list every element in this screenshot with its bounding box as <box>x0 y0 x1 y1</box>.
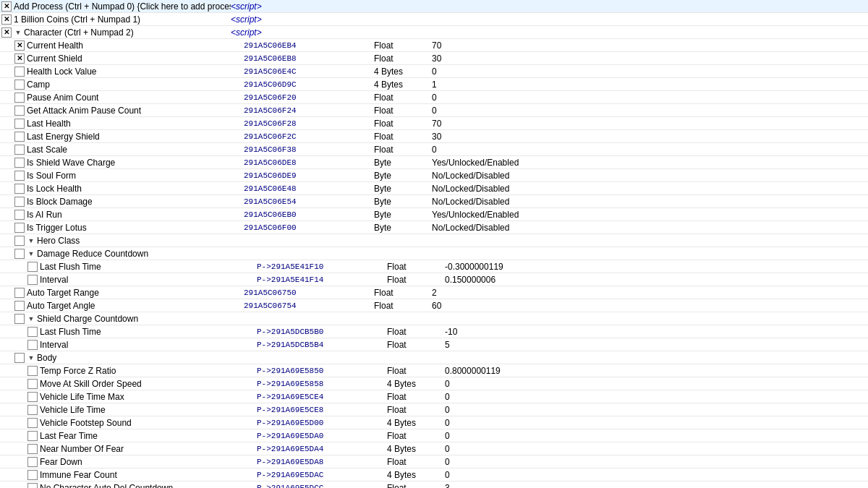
type-value: Float <box>387 457 445 467</box>
checkbox[interactable] <box>27 431 38 441</box>
checkbox[interactable] <box>27 340 38 350</box>
list-item[interactable]: Health Lock Value291A5C06E4C4 Bytes0 <box>0 65 868 78</box>
list-item[interactable]: ▼Hero Class <box>0 234 868 247</box>
list-item[interactable]: Vehicle Footstep SoundP->291A69E5D004 By… <box>0 416 868 429</box>
data-value: 3 <box>445 483 546 489</box>
list-item[interactable]: Immune Fear CountP->291A69E5DAC4 Bytes0 <box>0 468 868 481</box>
checkbox[interactable] <box>27 405 38 415</box>
list-item[interactable]: 1 Billion Coins (Ctrl + Numpad 1)<script… <box>0 13 868 26</box>
expand-arrow-icon[interactable]: ▼ <box>27 249 35 258</box>
list-item[interactable]: Is Trigger Lotus291A5C06F00ByteNo/Locked… <box>0 221 868 234</box>
expand-arrow-icon[interactable]: ▼ <box>14 28 22 37</box>
entry-name: Vehicle Life Time <box>40 405 257 415</box>
list-item[interactable]: Last Fear TimeP->291A69E5DA0Float0 <box>0 429 868 442</box>
extra-value: <script> <box>231 1 867 12</box>
checkbox[interactable] <box>14 53 25 64</box>
list-item[interactable]: Pause Anim Count291A5C06F20Float0 <box>0 91 868 104</box>
checkbox[interactable] <box>14 132 25 142</box>
address-value: 291A5C06F24 <box>244 106 374 115</box>
checkbox[interactable] <box>14 106 25 116</box>
checkbox[interactable] <box>27 366 38 376</box>
item-label: Is Soul Form <box>27 171 76 181</box>
list-item[interactable]: Near Number Of FearP->291A69E5DA44 Bytes… <box>0 442 868 455</box>
list-item[interactable]: Last Flush TimeP->291A5E41F10Float-0.300… <box>0 260 868 273</box>
list-item[interactable]: Is Shield Wave Charge291A5C06DE8ByteYes/… <box>0 156 868 169</box>
entry-name: Is Soul Form <box>27 171 244 181</box>
list-item[interactable]: Vehicle Life TimeP->291A69E5CE8Float0 <box>0 403 868 416</box>
list-item[interactable]: Is Block Damage291A5C06E54ByteNo/Locked/… <box>0 195 868 208</box>
address-value: 291A5C06750 <box>244 288 374 297</box>
expand-arrow-icon[interactable]: ▼ <box>27 236 35 245</box>
checkbox[interactable] <box>14 67 25 77</box>
entry-name: ▼Hero Class <box>27 236 244 246</box>
checkbox[interactable] <box>14 353 25 363</box>
checkbox[interactable] <box>14 80 25 90</box>
expand-arrow-icon[interactable]: ▼ <box>27 354 35 362</box>
checkbox[interactable] <box>14 210 25 220</box>
checkbox[interactable] <box>27 379 38 389</box>
list-item[interactable]: Auto Target Range291A5C06750Float2 <box>0 286 868 299</box>
list-item[interactable]: Move At Skill Order SpeedP->291A69E58584… <box>0 377 868 390</box>
type-value: Float <box>387 262 445 272</box>
list-item[interactable]: Get Attack Anim Pause Count291A5C06F24Fl… <box>0 104 868 117</box>
checkbox[interactable] <box>14 171 25 181</box>
list-item[interactable]: ▼Character (Ctrl + Numpad 2)<script> <box>0 26 868 39</box>
expand-arrow-icon[interactable]: ▼ <box>27 314 35 323</box>
checkbox[interactable] <box>14 236 25 246</box>
item-label: Last Fear Time <box>40 431 98 441</box>
checkbox[interactable] <box>27 457 38 467</box>
checkbox[interactable] <box>14 93 25 103</box>
checkbox[interactable] <box>27 275 38 285</box>
type-value: Float <box>387 340 445 350</box>
checkbox[interactable] <box>14 197 25 207</box>
list-item[interactable]: Fear DownP->291A69E5DA8Float0 <box>0 455 868 468</box>
list-item[interactable]: Is AI Run291A5C06EB0ByteYes/Unlocked/Ena… <box>0 208 868 221</box>
checkbox[interactable] <box>14 119 25 129</box>
checkbox[interactable] <box>27 418 38 428</box>
checkbox[interactable] <box>1 27 12 38</box>
address-value: P->291A5DCB5B0 <box>257 328 387 336</box>
list-item[interactable]: Last Energy Shield291A5C06F2CFloat30 <box>0 130 868 143</box>
list-item[interactable]: Last Scale291A5C06F38Float0 <box>0 143 868 156</box>
list-item[interactable]: ▼Shield Charge Countdown <box>0 312 868 325</box>
checkbox[interactable] <box>1 14 12 25</box>
list-item[interactable]: IntervalP->291A5DCB5B4Float5 <box>0 338 868 351</box>
checkbox[interactable] <box>14 288 25 298</box>
checkbox[interactable] <box>14 314 25 324</box>
list-item[interactable]: No Character Auto Del CountdownP->291A69… <box>0 481 868 488</box>
checkbox[interactable] <box>14 40 25 51</box>
item-label: Last Flush Time <box>40 262 101 272</box>
checkbox[interactable] <box>14 301 25 311</box>
list-item[interactable]: ▼Body <box>0 351 868 364</box>
list-item[interactable]: Temp Force Z RatioP->291A69E5850Float0.8… <box>0 364 868 377</box>
checkbox[interactable] <box>1 1 12 12</box>
data-value: No/Locked/Disabled <box>432 223 533 233</box>
checkbox[interactable] <box>14 249 25 259</box>
checkbox[interactable] <box>14 223 25 233</box>
entry-name: Fear Down <box>40 457 257 467</box>
list-item[interactable]: Vehicle Life Time MaxP->291A69E5CE4Float… <box>0 390 868 403</box>
list-item[interactable]: IntervalP->291A5E41F14Float0.150000006 <box>0 273 868 286</box>
list-item[interactable]: Current Shield291A5C06EB8Float30 <box>0 52 868 65</box>
checkbox[interactable] <box>27 470 38 480</box>
checkbox[interactable] <box>14 184 25 194</box>
data-value: No/Locked/Disabled <box>432 184 533 194</box>
list-item[interactable]: Add Process (Ctrl + Numpad 0) {Click her… <box>0 0 868 13</box>
checkbox[interactable] <box>27 327 38 337</box>
checkbox[interactable] <box>14 145 25 155</box>
list-item[interactable]: ▼Damage Reduce Countdown <box>0 247 868 260</box>
checkbox[interactable] <box>27 392 38 402</box>
checkbox[interactable] <box>27 262 38 272</box>
data-value: 0 <box>432 67 533 77</box>
list-item[interactable]: Current Health291A5C06EB4Float70 <box>0 39 868 52</box>
checkbox[interactable] <box>27 444 38 454</box>
list-item[interactable]: Last Health291A5C06F28Float70 <box>0 117 868 130</box>
checkbox[interactable] <box>27 483 38 489</box>
list-item[interactable]: Auto Target Angle291A5C06754Float60 <box>0 299 868 312</box>
checkbox[interactable] <box>14 158 25 168</box>
list-item[interactable]: Is Lock Health291A5C06E48ByteNo/Locked/D… <box>0 182 868 195</box>
list-item[interactable]: Camp291A5C06D9C4 Bytes1 <box>0 78 868 91</box>
list-item[interactable]: Is Soul Form291A5C06DE9ByteNo/Locked/Dis… <box>0 169 868 182</box>
list-item[interactable]: Last Flush TimeP->291A5DCB5B0Float-10 <box>0 325 868 338</box>
address-value: P->291A69E5DA4 <box>257 445 387 453</box>
